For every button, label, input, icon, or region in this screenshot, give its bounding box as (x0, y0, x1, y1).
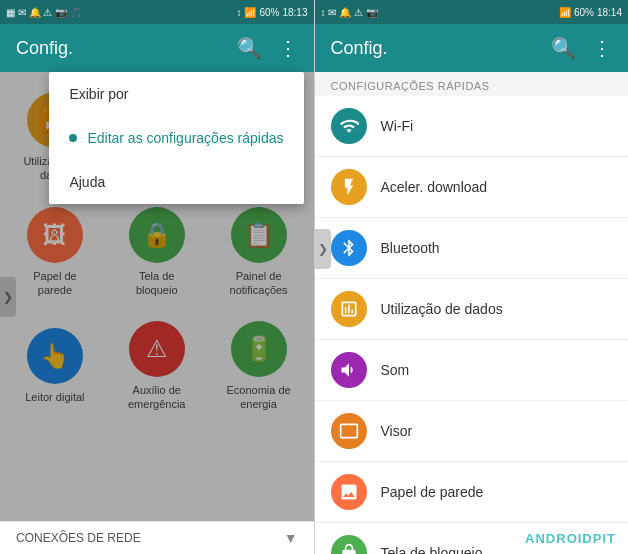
right-menu-icon[interactable]: ⋮ (592, 36, 612, 60)
watermark: ANDROIDPIT (525, 531, 616, 546)
left-dropdown-menu: Exibir por Editar as configurações rápid… (49, 72, 303, 204)
dropdown-item-ajuda[interactable]: Ajuda (49, 160, 303, 204)
list-item-visor[interactable]: Visor (315, 401, 629, 462)
bottom-chevron-icon: ▼ (284, 530, 298, 546)
dropdown-item-editar[interactable]: Editar as configurações rápidas (49, 116, 303, 160)
right-section-label: CONFIGURAÇÕES RÁPIDAS (315, 72, 629, 96)
som-list-icon (331, 352, 367, 388)
ajuda-label: Ajuda (69, 174, 105, 190)
accel-icon (331, 169, 367, 205)
right-panel: ↕ ✉ 🔔 ⚠ 📷 📶 60% 18:14 Config. 🔍 ⋮ CONFIG… (315, 0, 629, 554)
wifi-label: Wi-Fi (381, 118, 414, 134)
editar-label: Editar as configurações rápidas (87, 130, 283, 146)
bottom-label: CONEXÕES DE REDE (16, 531, 141, 545)
left-toolbar: Config. 🔍 ⋮ (0, 24, 314, 72)
som-list-label: Som (381, 362, 410, 378)
watermark-suffix: PIT (593, 531, 616, 546)
visor-list-icon (331, 413, 367, 449)
left-toolbar-title: Config. (16, 38, 221, 59)
left-signal-icon: ↕ (236, 7, 241, 18)
bluetooth-label: Bluetooth (381, 240, 440, 256)
right-signal-icon: 📶 (559, 7, 571, 18)
right-toolbar: Config. 🔍 ⋮ (315, 24, 629, 72)
right-search-icon[interactable]: 🔍 (551, 36, 576, 60)
editar-bullet (69, 134, 77, 142)
list-item-som[interactable]: Som (315, 340, 629, 401)
left-battery-label: 60% (259, 7, 279, 18)
list-item-papel[interactable]: Papel de parede (315, 462, 629, 523)
list-item-accel[interactable]: Aceler. download (315, 157, 629, 218)
list-item-dados[interactable]: Utilização de dados (315, 279, 629, 340)
left-menu-icon[interactable]: ⋮ (278, 36, 298, 60)
exibir-label: Exibir por (69, 86, 128, 102)
bluetooth-icon (331, 230, 367, 266)
left-panel: ▦ ✉ 🔔 ⚠ 📷 🎵 ↕ 📶 60% 18:13 Config. 🔍 ⋮ ❯ … (0, 0, 314, 554)
left-search-icon[interactable]: 🔍 (237, 36, 262, 60)
papel-list-icon (331, 474, 367, 510)
visor-list-label: Visor (381, 423, 413, 439)
list-item-bluetooth[interactable]: Bluetooth (315, 218, 629, 279)
left-time: 18:13 (282, 7, 307, 18)
left-status-right: ↕ 📶 60% 18:13 (236, 7, 307, 18)
left-status-left: ▦ ✉ 🔔 ⚠ 📷 🎵 (6, 7, 82, 18)
right-side-arrow[interactable]: ❯ (315, 229, 331, 269)
accel-label: Aceler. download (381, 179, 488, 195)
dados-icon (331, 291, 367, 327)
wifi-icon (331, 108, 367, 144)
right-notification-icons: ↕ ✉ 🔔 ⚠ 📷 (321, 7, 378, 18)
right-status-left: ↕ ✉ 🔔 ⚠ 📷 (321, 7, 378, 18)
tela-list-icon (331, 535, 367, 554)
right-status-right: 📶 60% 18:14 (559, 7, 622, 18)
dados-label: Utilização de dados (381, 301, 503, 317)
right-time: 18:14 (597, 7, 622, 18)
papel-list-label: Papel de parede (381, 484, 484, 500)
dropdown-item-exibir[interactable]: Exibir por (49, 72, 303, 116)
right-battery-label: 60% (574, 7, 594, 18)
list-item-wifi[interactable]: Wi-Fi (315, 96, 629, 157)
left-wifi-icon: 📶 (244, 7, 256, 18)
left-status-bar: ▦ ✉ 🔔 ⚠ 📷 🎵 ↕ 📶 60% 18:13 (0, 0, 314, 24)
tela-list-label: Tela de bloqueio (381, 545, 483, 554)
right-status-bar: ↕ ✉ 🔔 ⚠ 📷 📶 60% 18:14 (315, 0, 629, 24)
left-notification-icons: ▦ ✉ 🔔 ⚠ 📷 🎵 (6, 7, 82, 18)
right-toolbar-title: Config. (331, 38, 536, 59)
left-bottom-section[interactable]: CONEXÕES DE REDE ▼ (0, 521, 314, 554)
watermark-prefix: ANDROID (525, 531, 593, 546)
